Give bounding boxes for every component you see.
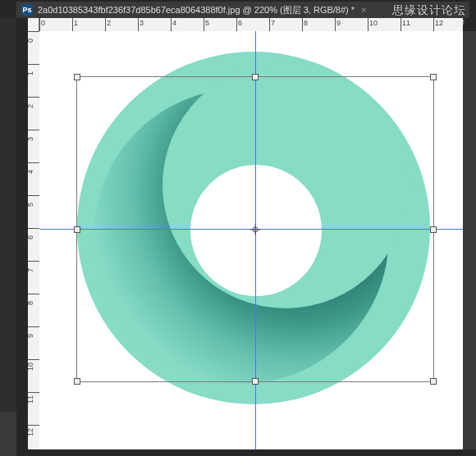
right-gutter [463,31,476,449]
canvas[interactable] [39,31,463,449]
guide-horizontal[interactable] [39,229,463,230]
handle-ne[interactable] [430,74,437,80]
ruler-horizontal[interactable]: 012345678910111213 [28,18,463,31]
document-tab[interactable]: Ps 2a0d10385343fbf236f37d85b67eca8064388… [16,2,469,18]
panel-gutter [0,18,16,456]
handle-se[interactable] [430,378,437,385]
handle-s[interactable] [252,378,259,385]
handle-nw[interactable] [74,74,80,80]
panel-stub [0,412,16,456]
handle-sw[interactable] [74,378,80,385]
photoshop-icon: Ps [21,4,33,16]
handle-w[interactable] [74,226,80,233]
canvas-viewport[interactable] [39,31,463,449]
document-title: 2a0d10385343fbf236f37d85b67eca8064388f0f… [38,4,355,16]
guide-vertical[interactable] [255,31,256,449]
handle-e[interactable] [430,226,437,233]
close-icon[interactable]: × [361,5,366,15]
shape-hole [190,165,322,296]
artwork [39,31,463,449]
ruler-origin[interactable] [28,18,39,31]
handle-n[interactable] [252,74,259,80]
ruler-vertical[interactable]: 0123456789101112 [28,31,39,449]
